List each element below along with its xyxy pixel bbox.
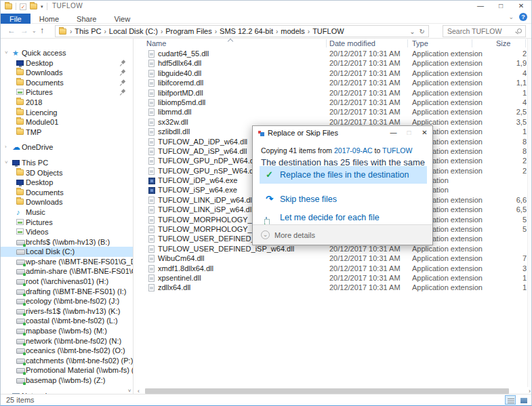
search-input[interactable]: [447, 26, 512, 36]
sidebar-item-wp-share-bmt-bne-fs01-g-drive-[interactable]: wp-share (\\BMT-BNE-FS01\G_Drive) (F:): [1, 257, 133, 267]
file-row[interactable]: libiomp5md.dll20/12/2017 10:31 AMApplica…: [134, 98, 532, 107]
breadcrumb-segment[interactable]: This PC: [73, 27, 103, 35]
sidebar-item-downloads[interactable]: Downloads: [1, 68, 133, 78]
file-size: 1,1: [516, 78, 527, 87]
file-list-scrollbar[interactable]: [527, 39, 532, 387]
new-folder-icon[interactable]: [30, 3, 37, 9]
address-dropdown-icon[interactable]: ⌄: [409, 28, 415, 35]
file-size: 2: [523, 166, 527, 176]
sidebar-item-catchments-bmt-bne-fs02-p-[interactable]: catchments (\\bmt-bne-fs02) (P:): [1, 356, 133, 366]
sidebar-item-desktop[interactable]: Desktop: [1, 178, 133, 188]
breadcrumb-segment[interactable]: SMS 12.2 64-bit: [218, 27, 275, 35]
sidebar-group: ›☁OneDrive: [1, 142, 133, 153]
chevron-down-icon[interactable]: ⌄: [261, 230, 270, 239]
replace-files-option[interactable]: ✓ Replace the files in the destination: [260, 166, 427, 184]
sidebar-item-coastal-bmt-bne-fs02-l-[interactable]: coastal (\\bmt-bne-fs02) (L:): [1, 316, 133, 326]
column-header-date[interactable]: Date modified: [329, 39, 375, 47]
sidebar-item-downloads[interactable]: Downloads: [1, 197, 133, 207]
expand-ribbon-icon[interactable]: ⌄: [508, 14, 514, 20]
search-icon[interactable]: [517, 28, 522, 33]
breadcrumb-segment[interactable]: models: [279, 27, 306, 35]
sidebar-item-module01[interactable]: Module01: [1, 117, 133, 127]
file-row[interactable]: cudart64_55.dll20/12/2017 10:31 AMApplic…: [134, 49, 532, 58]
sidebar-item-tmp[interactable]: TMP: [1, 127, 133, 138]
sidebar-item-pictures[interactable]: Pictures: [1, 87, 133, 98]
sidebar-item-mapbase-wbm-fs-m-[interactable]: mapbase (\\wbm-fs) (M:): [1, 326, 133, 336]
sidebar-item-rivers-fs1-wbm-hv13-k-[interactable]: rivers-fs1$ (\\wbm-hv13) (K:): [1, 306, 133, 317]
destination-folder-link[interactable]: TUFLOW: [382, 146, 412, 155]
sidebar-item-music[interactable]: ♪Music: [1, 207, 133, 218]
file-row[interactable]: xmdf1.8dllx64.dll20/12/2017 10:31 AMAppl…: [134, 264, 532, 273]
sidebar-item-3d-objects[interactable]: 3D Objects: [1, 168, 133, 178]
breadcrumb-segment[interactable]: Local Disk (C:): [107, 27, 160, 35]
sidebar-item-this-pc[interactable]: ˅This PC: [1, 158, 133, 168]
sidebar-item-documents[interactable]: Documents: [1, 188, 133, 198]
sidebar-item-drafting-bmt-bne-fs01-i-[interactable]: drafting (\\BMT-BNE-FS01) (I:): [1, 287, 133, 297]
maximize-button[interactable]: □: [491, 1, 511, 12]
forward-icon[interactable]: →: [20, 26, 28, 35]
sidebar-item-desktop[interactable]: Desktop: [1, 58, 133, 68]
dialog-close-button[interactable]: ✕: [417, 126, 432, 140]
sidebar-item-quick-access[interactable]: ˅★Quick access: [1, 48, 133, 58]
skip-files-option[interactable]: ↷ Skip these files: [260, 191, 427, 207]
large-icons-view-button[interactable]: [518, 395, 529, 405]
chevron-right-icon[interactable]: ›: [5, 142, 7, 153]
file-row[interactable]: libguide40.dll20/12/2017 10:31 AMApplica…: [134, 68, 532, 78]
file-name: TUFLOW_LINK_iSP_w64.dll: [158, 205, 253, 214]
file-row[interactable]: libmmd.dll20/12/2017 10:31 AMApplication…: [134, 107, 532, 117]
sidebar-item-oceanics-bmt-bne-fs02-o-[interactable]: oceanics (\\bmt-bne-fs02) (O:): [1, 346, 133, 356]
column-header-name[interactable]: Name: [146, 39, 166, 47]
column-header-size[interactable]: Size: [496, 39, 510, 47]
up-icon[interactable]: ↑: [40, 26, 44, 35]
drive-net-icon: [16, 378, 25, 384]
properties-icon[interactable]: ✓: [20, 3, 26, 10]
sidebar-item-videos[interactable]: Videos: [1, 227, 133, 237]
sidebar-item-basemap-wbm-fs-z-[interactable]: basemap (\\wbm-fs) (Z:): [1, 375, 133, 386]
dialog-title: Replace or Skip Files: [268, 129, 338, 137]
file-row[interactable]: hdf5dllx64.dll20/12/2017 10:31 AMApplica…: [134, 58, 532, 68]
sidebar-item-pictures[interactable]: Pictures: [1, 218, 133, 228]
sidebar-item-ecology-bmt-bne-fs02-j-[interactable]: ecology (\\bmt-bne-fs02) (J:): [1, 296, 133, 306]
source-folder-link[interactable]: 2017-09-AC: [334, 146, 373, 155]
file-row[interactable]: zdllx64.dll20/12/2017 10:31 AMApplicatio…: [134, 283, 532, 292]
sidebar-item-admin-share-bmt-bne-fs01-g-dri[interactable]: admin-share (\\BMT-BNE-FS01\G_Drive) (G:…: [1, 266, 133, 277]
file-row[interactable]: libifportMD.dll20/12/2017 10:31 AMApplic…: [134, 88, 532, 98]
qat-customize-icon[interactable]: ▾: [41, 4, 43, 9]
address-box[interactable]: › This PC›Local Disk (C:)›Program Files›…: [55, 25, 429, 37]
file-row[interactable]: xpsentinel.dll20/12/2017 10:31 AMApplica…: [134, 273, 532, 283]
sidebar-item-label: Desktop: [26, 178, 53, 188]
sidebar-item-onedrive[interactable]: ›☁OneDrive: [1, 142, 133, 153]
file-row[interactable]: WibuCm64.dll20/12/2017 10:31 AMApplicati…: [134, 253, 532, 263]
dll-icon: [148, 226, 155, 233]
minimize-button[interactable]: —: [470, 1, 491, 12]
help-icon[interactable]: ?: [519, 13, 527, 21]
sidebar-item-brchfs-wbm-hv13-b-[interactable]: brchfs$ (\\wbm-hv13) (B:): [1, 237, 133, 247]
file-row[interactable]: libifcoremd.dll20/12/2017 10:31 AMApplic…: [134, 78, 532, 87]
sidebar-item-documents[interactable]: Documents: [1, 78, 133, 88]
sidebar-item-label: admin-share (\\BMT-BNE-FS01\G_Drive) (G:…: [26, 266, 134, 277]
back-icon[interactable]: ←: [7, 26, 16, 35]
breadcrumb-segment[interactable]: TUFLOW: [310, 27, 346, 35]
sidebar-item-local-disk-c-[interactable]: Local Disk (C:): [1, 247, 133, 257]
sidebar-item-promotional-material-wbm-fs-q-[interactable]: Promotional Material (\\wbm-fs) (Q:): [1, 365, 133, 375]
file-size: 8: [523, 146, 527, 156]
sidebar-item-licencing[interactable]: Licencing: [1, 108, 133, 118]
sidebar-item-2018[interactable]: 2018: [1, 98, 133, 108]
sidebar-item-root-archivenas01-h-[interactable]: root (\\archivenas01) (H:): [1, 277, 133, 287]
chevron-down-icon[interactable]: ˅: [5, 158, 8, 168]
scrollbar-thumb[interactable]: [145, 388, 509, 394]
sidebar-item-label: Module01: [26, 117, 58, 127]
sidebar-item-network-bmt-bne-fs02-n-[interactable]: network (\\bmt-bne-fs02) (N:): [1, 336, 133, 346]
dialog-minimize-button[interactable]: —: [386, 126, 401, 140]
recent-locations-icon[interactable]: ⌄: [32, 28, 37, 34]
more-details-toggle[interactable]: More details: [274, 231, 315, 239]
decide-each-option[interactable]: Let me decide for each file: [260, 209, 427, 226]
file-date: 20/12/2017 10:31 AM: [329, 58, 401, 68]
refresh-icon[interactable]: ↻: [420, 28, 425, 35]
breadcrumb-segment[interactable]: Program Files: [163, 27, 213, 35]
details-view-button[interactable]: [505, 395, 516, 405]
column-header-type[interactable]: Type: [412, 39, 428, 47]
close-button[interactable]: ✕: [511, 1, 531, 12]
chevron-down-icon[interactable]: ˅: [5, 48, 8, 58]
drive-net-icon: [16, 368, 25, 373]
